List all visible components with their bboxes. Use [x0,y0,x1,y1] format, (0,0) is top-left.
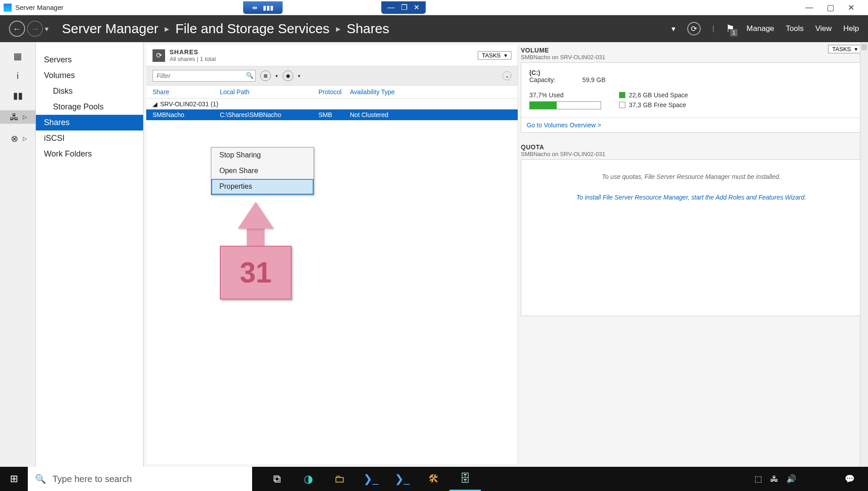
menu-help[interactable]: Help [843,24,859,33]
tasks-label: TASKS [832,46,851,52]
inner-min-icon[interactable]: — [388,4,395,12]
share-row[interactable]: SMBNacho C:\Shares\SMBNacho SMB Not Clus… [146,109,518,120]
sidebar-item-servers[interactable]: Servers [36,52,143,68]
sidebar-item-pools[interactable]: Storage Pools [36,99,143,115]
cell-availability: Not Clustered [350,111,511,118]
icon-rail: ▦ i ▮▮ 🖧 ▷ ⊗ ▷ [0,42,36,467]
sidebar-item-shares[interactable]: Shares [36,115,143,130]
shares-subtitle: All shares | 1 total [170,56,216,62]
view-options-button[interactable]: ◉ [283,70,293,81]
col-share[interactable]: Share [153,88,220,96]
cm-properties[interactable]: Properties [211,179,314,195]
minimize-button[interactable]: — [805,3,813,13]
usage-bar [529,101,601,109]
taskbar-apps: ⧉ ◑ 🗀 ❯_ ❯_ 🛠 🗄 [261,467,481,491]
expand-toggle[interactable]: ⌄ [502,71,511,80]
server-manager-taskbar-icon[interactable]: 🗄 [449,467,481,491]
header-right: ▾ ⟳ | ⚑1 Manage Tools View Help [672,22,859,35]
group-label: SRV-OLIN02-031 (1) [160,100,218,108]
drive-label: (C:) [529,69,853,76]
inner-max-icon[interactable]: ❐ [401,3,407,12]
refresh-button[interactable]: ⟳ [687,22,701,35]
local-server-icon[interactable]: i [12,71,24,81]
inner-close-icon[interactable]: ✕ [414,3,419,12]
search-icon: 🔍 [35,474,46,484]
quota-subtitle: SMBNacho on SRV-OLIN02-031 [521,151,862,157]
task-view-icon[interactable]: ⧉ [261,467,292,491]
sound-icon[interactable]: 🔊 [786,474,796,484]
group-row[interactable]: ◢ SRV-OLIN02-031 (1) [146,99,518,109]
caret-down-icon: ▾ [504,52,507,59]
quota-section: QUOTA SMBNacho on SRV-OLIN02-031 To use … [521,142,862,316]
accent-bar: ⇹ ▮▮▮ [243,1,283,14]
collapse-icon: ◢ [153,100,157,108]
menu-manage[interactable]: Manage [746,24,774,33]
breadcrumb: Server Manager ▸ File and Storage Servic… [62,21,389,36]
menu-tools[interactable]: Tools [786,24,804,33]
scroll-thumb[interactable] [861,44,867,50]
menu-view[interactable]: View [815,24,832,33]
list-options-button[interactable]: ≣ [260,70,271,81]
caret-down-icon: ▾ [298,73,301,79]
back-button[interactable]: ← [9,21,25,37]
forward-button[interactable]: → [27,21,43,37]
breadcrumb-leaf[interactable]: Shares [347,21,389,36]
server-tools-icon[interactable]: 🛠 [418,467,449,491]
network-icon[interactable]: 🖧 [770,474,778,484]
expand-icon: ▷ [23,114,27,120]
start-button[interactable]: ⊞ [0,467,28,491]
powershell-icon[interactable]: ❯_ [355,467,387,491]
rail-extra[interactable]: ⊗ ▷ [0,134,35,143]
volume-section: VOLUME SMBNacho on SRV-OLIN02-031 TASKS … [521,45,862,133]
tray-icon-1[interactable]: ⬚ [755,474,762,484]
chevron-right-icon: ▸ [336,23,340,34]
header-bar: ← → ▾ Server Manager ▸ File and Storage … [0,15,868,42]
search-icon[interactable]: 🔍 [246,72,253,79]
powershell-ise-icon[interactable]: ❯_ [387,467,418,491]
explorer-icon[interactable]: 🗀 [324,467,355,491]
shares-panel: ⟳ SHARES All shares | 1 total TASKS ▾ 🔍 … [146,45,518,464]
cm-open-share[interactable]: Open Share [211,163,314,179]
cm-stop-sharing[interactable]: Stop Sharing [211,148,314,163]
usage-bar-fill [530,102,557,109]
notifications-flag[interactable]: ⚑1 [726,23,735,35]
capacity-label: Capacity: [529,76,555,83]
shares-tasks-button[interactable]: TASKS ▾ [478,51,511,60]
used-swatch [619,92,625,98]
callout-number: 31 [220,246,292,300]
scrollbar[interactable] [860,42,868,467]
quota-panel: To use quotas, File Server Resource Mana… [521,159,862,316]
close-button[interactable]: ✕ [848,3,855,13]
shares-title: SHARES [170,48,216,56]
breadcrumb-section[interactable]: File and Storage Services [175,21,330,36]
caret-down-icon: ▾ [855,46,858,52]
all-servers-icon[interactable]: ▮▮ [12,91,24,100]
col-availability[interactable]: Availability Type [350,88,511,96]
file-services-icon: 🖧 [9,112,20,122]
dashboard-icon[interactable]: ▦ [12,51,24,61]
shares-icon: ⟳ [153,49,165,62]
filter-input[interactable] [153,70,256,82]
maximize-button[interactable]: ▢ [827,3,834,13]
file-services-rail[interactable]: 🖧 ▷ [0,110,35,124]
sidebar-item-volumes[interactable]: Volumes [36,68,143,83]
volume-tasks-button[interactable]: TASKS ▾ [828,45,862,53]
filter-bar: 🔍 ≣▾ ◉▾ ⌄ [146,66,518,86]
breadcrumb-root[interactable]: Server Manager [62,21,158,36]
dropdown-caret-icon[interactable]: ▾ [672,24,676,34]
volumes-overview-link[interactable]: Go to Volumes Overview > [521,117,861,132]
taskbar-search[interactable]: 🔍 Type here to search [28,467,252,491]
sidebar-item-workfolders[interactable]: Work Folders [36,146,143,162]
cell-share: SMBNacho [153,111,220,118]
app-icon [4,4,12,12]
shares-table-head: Share Local Path Protocol Availability T… [146,86,518,99]
col-path[interactable]: Local Path [220,88,318,96]
nav-dropdown-icon[interactable]: ▾ [45,25,48,33]
edge-icon[interactable]: ◑ [292,467,324,491]
notifications-icon[interactable]: 💬 [845,474,855,484]
tasks-label: TASKS [482,52,501,59]
used-space: 22,6 GB Used Space [629,91,688,99]
sidebar-item-iscsi[interactable]: iSCSI [36,130,143,146]
sidebar-item-disks[interactable]: Disks [36,83,143,99]
col-protocol[interactable]: Protocol [318,88,350,96]
